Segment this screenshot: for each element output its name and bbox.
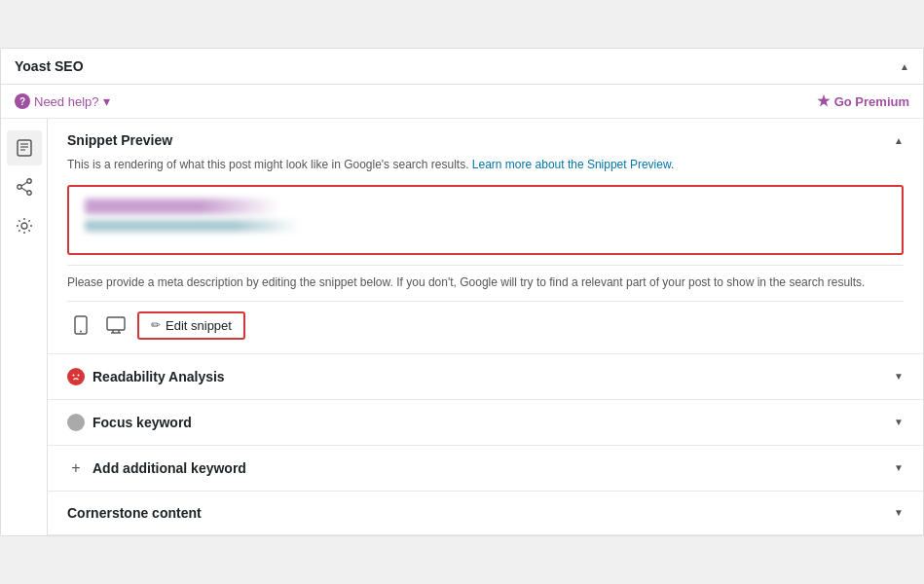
focus-keyword-left: Focus keyword — [67, 414, 192, 431]
main-content: Snippet Preview This is a rendering of w… — [1, 119, 923, 534]
learn-more-text: Learn more about the Snippet Preview. — [472, 158, 674, 171]
pencil-icon: ✏ — [151, 318, 161, 332]
snippet-preview-header[interactable]: Snippet Preview — [67, 132, 904, 148]
svg-rect-0 — [18, 140, 31, 156]
content-area: Snippet Preview This is a rendering of w… — [48, 119, 923, 534]
svg-point-5 — [17, 185, 20, 189]
svg-point-11 — [80, 331, 82, 333]
svg-rect-12 — [107, 317, 125, 330]
panel-header: Yoast SEO — [1, 49, 923, 85]
svg-line-7 — [21, 183, 27, 187]
cornerstone-title: Cornerstone content — [67, 505, 202, 521]
go-premium-link[interactable]: ★ Go Premium — [817, 92, 909, 110]
focus-keyword-arrow: ▼ — [894, 417, 904, 427]
snippet-preview-title: Snippet Preview — [67, 132, 172, 148]
preview-title-blurred — [85, 199, 279, 214]
readability-title: Readability Analysis — [92, 369, 225, 384]
additional-keyword-arrow: ▼ — [894, 462, 904, 473]
gear-icon — [15, 216, 34, 236]
frown-icon — [69, 370, 83, 383]
readability-section[interactable]: Readability Analysis ▼ — [48, 354, 923, 400]
snippet-preview-box — [67, 185, 904, 255]
additional-keyword-title: Add additional keyword — [92, 460, 246, 476]
sidebar — [1, 119, 48, 534]
sidebar-item-snippet[interactable] — [7, 130, 42, 165]
top-bar: ? Need help? ★ Go Premium — [1, 85, 923, 119]
svg-point-9 — [21, 223, 27, 229]
mobile-view-button[interactable] — [67, 311, 94, 339]
star-icon: ★ — [817, 92, 830, 110]
readability-arrow: ▼ — [894, 371, 904, 382]
svg-point-18 — [78, 374, 80, 376]
desktop-view-button[interactable] — [102, 311, 129, 339]
svg-point-4 — [26, 179, 30, 183]
snippet-preview-section: Snippet Preview This is a rendering of w… — [48, 119, 923, 353]
focus-keyword-title: Focus keyword — [92, 415, 192, 430]
edit-toolbar: ✏ Edit snippet — [67, 311, 904, 340]
svg-point-6 — [26, 191, 30, 195]
snippet-preview-toggle[interactable] — [894, 135, 904, 146]
readability-icon — [67, 368, 85, 385]
edit-snippet-label: Edit snippet — [166, 318, 232, 333]
focus-keyword-section[interactable]: Focus keyword ▼ — [48, 400, 923, 446]
additional-keyword-section[interactable]: + Add additional keyword ▼ — [48, 446, 923, 492]
additional-keyword-left: + Add additional keyword — [67, 459, 246, 477]
snippet-icon — [15, 138, 34, 158]
cornerstone-section[interactable]: Cornerstone content ▼ — [48, 492, 923, 535]
mobile-icon — [73, 315, 89, 335]
help-chevron-icon — [103, 93, 110, 109]
sidebar-item-settings[interactable] — [7, 208, 42, 243]
panel-title: Yoast SEO — [15, 58, 84, 74]
need-help-link[interactable]: Need help? — [34, 94, 99, 109]
go-premium-label: Go Premium — [834, 94, 909, 109]
snippet-description: This is a rendering of what this post mi… — [67, 156, 904, 173]
preview-url-blurred — [85, 220, 299, 232]
meta-description-notice: Please provide a meta description by edi… — [67, 265, 904, 301]
svg-point-16 — [70, 371, 82, 383]
sidebar-item-social[interactable] — [7, 169, 42, 204]
svg-point-17 — [73, 374, 75, 376]
plus-icon: + — [67, 459, 85, 477]
cornerstone-left: Cornerstone content — [67, 505, 202, 521]
edit-snippet-button[interactable]: ✏ Edit snippet — [137, 311, 245, 340]
cornerstone-arrow: ▼ — [894, 507, 904, 518]
panel-collapse-arrow[interactable] — [900, 61, 909, 72]
svg-line-8 — [21, 188, 27, 192]
learn-more-link[interactable]: Learn more about the Snippet Preview. — [472, 158, 674, 171]
readability-left: Readability Analysis — [67, 368, 225, 385]
focus-keyword-icon — [67, 414, 85, 431]
yoast-seo-panel: Yoast SEO ? Need help? ★ Go Premium — [0, 48, 924, 535]
need-help-label: Need help? — [34, 94, 99, 109]
help-circle-icon: ? — [15, 93, 30, 109]
desktop-icon — [106, 316, 126, 334]
share-icon — [15, 177, 34, 197]
